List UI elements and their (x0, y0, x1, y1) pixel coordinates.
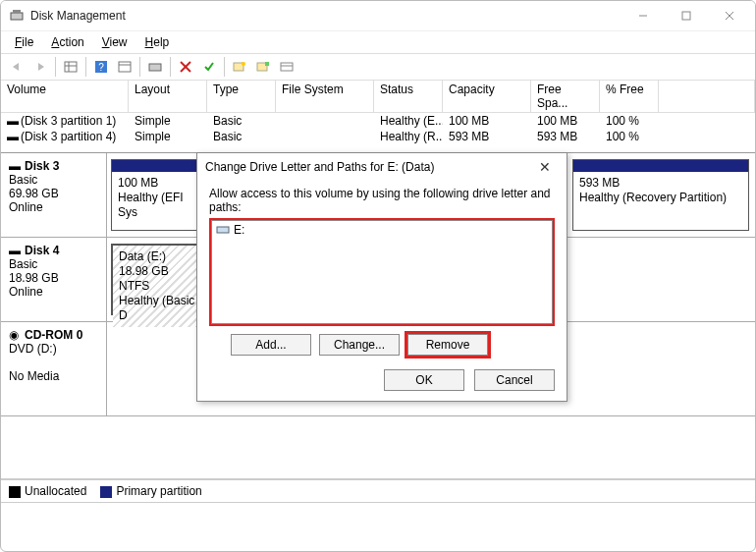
delete-icon[interactable] (174, 56, 197, 78)
partition-bar (112, 160, 198, 172)
col-volume[interactable]: Volume (1, 81, 129, 113)
disk-info[interactable]: ▬Disk 4 Basic 18.98 GB Online (1, 238, 107, 321)
cell-free: 100 MB (531, 113, 600, 129)
back-button[interactable] (5, 56, 28, 78)
maximize-button[interactable] (665, 2, 708, 29)
svg-rect-6 (65, 62, 77, 72)
cell-type: Basic (207, 129, 276, 144)
disk-info[interactable]: ▬Disk 3 Basic 69.98 GB Online (1, 153, 107, 237)
col-free[interactable]: Free Spa... (531, 81, 600, 113)
disk-icon: ▬ (9, 159, 23, 173)
partition-bar (573, 160, 748, 172)
minimize-button[interactable] (621, 2, 665, 29)
cell-status: Healthy (R... (374, 129, 443, 144)
cell-status: Healthy (E... (374, 113, 443, 129)
disk-state: No Media (9, 369, 59, 383)
swatch-unallocated (9, 486, 21, 498)
layout-icon[interactable] (59, 56, 82, 78)
cancel-button[interactable]: Cancel (474, 369, 555, 391)
table-row[interactable]: ▬(Disk 3 partition 4) Simple Basic Healt… (1, 129, 755, 144)
table-row[interactable]: ▬(Disk 3 partition 1) Simple Basic Healt… (1, 113, 755, 129)
menubar: File Action View Help (1, 30, 755, 53)
col-fs[interactable]: File System (276, 81, 374, 113)
legend-primary: Primary partition (116, 484, 201, 498)
partition-status: Healthy (Recovery Partition) (579, 191, 727, 204)
legend: Unallocated Primary partition (1, 479, 755, 502)
disk-type: Basic (9, 173, 37, 187)
col-status[interactable]: Status (374, 81, 443, 113)
add-button[interactable]: Add... (231, 334, 311, 356)
partition-size: 18.98 GB NTFS (119, 264, 169, 293)
cell-volume: (Disk 3 partition 1) (21, 114, 116, 128)
disk-info[interactable]: ◉CD-ROM 0 DVD (D:) No Media (1, 322, 107, 415)
menu-view[interactable]: View (94, 33, 135, 51)
volume-icon: ▬ (7, 114, 19, 128)
col-pct[interactable]: % Free (600, 81, 659, 113)
cell-capacity: 593 MB (443, 129, 531, 144)
refresh-icon[interactable] (143, 56, 167, 78)
disk-type: DVD (D:) (9, 342, 57, 356)
change-button[interactable]: Change... (319, 334, 400, 356)
cell-fs (276, 113, 374, 129)
cell-volume: (Disk 3 partition 4) (21, 130, 116, 143)
forward-button[interactable] (28, 56, 52, 78)
change-drive-letter-dialog: Change Drive Letter and Paths for E: (Da… (196, 152, 567, 402)
svg-rect-20 (281, 63, 293, 71)
col-capacity[interactable]: Capacity (443, 81, 531, 113)
list-item[interactable]: E: (212, 221, 552, 239)
col-type[interactable]: Type (207, 81, 276, 113)
wizard-icon[interactable] (228, 56, 251, 78)
cell-pct: 100 % (600, 113, 659, 129)
disk-state: Online (9, 200, 43, 214)
ok-button[interactable]: OK (384, 369, 464, 391)
partition[interactable]: 100 MB Healthy (EFI Sys (111, 159, 199, 231)
svg-rect-22 (217, 227, 229, 233)
cell-layout: Simple (129, 129, 207, 144)
cell-free: 593 MB (531, 129, 600, 144)
svg-rect-0 (11, 13, 23, 20)
toolbar: ? (1, 53, 755, 81)
svg-rect-19 (265, 62, 269, 66)
partition[interactable]: 593 MB Healthy (Recovery Partition) (572, 159, 749, 231)
swatch-primary (100, 486, 112, 498)
svg-rect-13 (149, 64, 161, 71)
drive-letter-listbox[interactable]: E: (209, 218, 555, 326)
cell-capacity: 100 MB (443, 113, 531, 129)
volume-icon: ▬ (7, 130, 19, 143)
col-layout[interactable]: Layout (129, 81, 207, 113)
partition-size: 593 MB (579, 176, 620, 190)
help-icon[interactable]: ? (89, 56, 113, 78)
properties-icon[interactable] (275, 56, 298, 78)
dialog-close-button[interactable]: ✕ (531, 159, 559, 175)
disk-state: Online (9, 285, 43, 299)
menu-file[interactable]: File (7, 33, 41, 51)
check-icon[interactable] (197, 56, 221, 78)
disk-label: CD-ROM 0 (25, 328, 82, 342)
legend-unallocated: Unallocated (25, 484, 86, 498)
cell-fs (276, 129, 374, 144)
drive-icon (216, 224, 230, 236)
disk-icon: ▬ (9, 244, 23, 257)
window-title: Disk Management (30, 9, 621, 23)
menu-action[interactable]: Action (43, 33, 91, 51)
svg-rect-11 (119, 62, 131, 72)
volume-table-header: Volume Layout Type File System Status Ca… (1, 81, 755, 113)
view-icon[interactable] (113, 56, 136, 78)
close-button[interactable] (708, 2, 751, 29)
dialog-instruction: Allow access to this volume by using the… (209, 187, 555, 214)
remove-button[interactable]: Remove (407, 334, 488, 356)
partition-selected[interactable]: Data (E:) 18.98 GB NTFS Healthy (Basic D (111, 244, 203, 315)
cell-type: Basic (207, 113, 276, 129)
menu-help[interactable]: Help (137, 33, 178, 51)
window-titlebar: Disk Management (1, 1, 755, 30)
svg-text:?: ? (98, 62, 104, 73)
svg-point-17 (242, 62, 245, 66)
disk-size: 69.98 GB (9, 187, 59, 200)
status-bar (1, 502, 755, 516)
cell-layout: Simple (129, 113, 207, 129)
partition-status: Healthy (Basic D (119, 294, 194, 322)
svg-rect-1 (13, 10, 21, 13)
svg-rect-3 (682, 12, 690, 20)
partition-size: 100 MB (118, 176, 158, 190)
wizard2-icon[interactable] (251, 56, 275, 78)
